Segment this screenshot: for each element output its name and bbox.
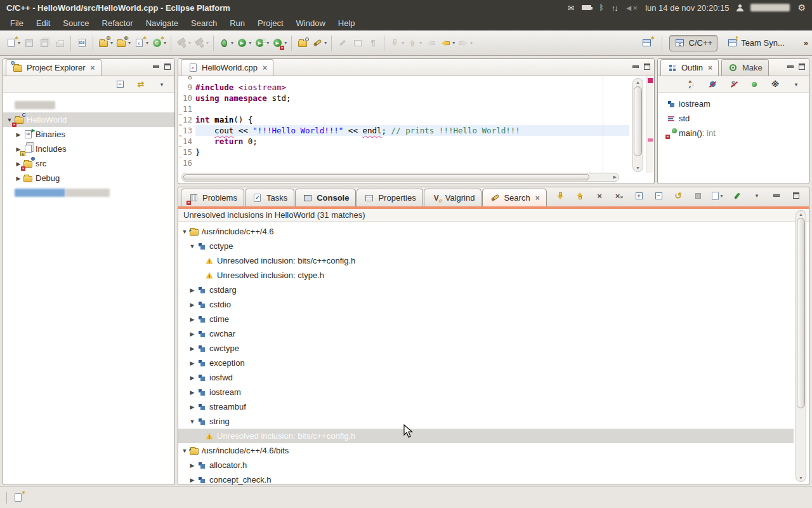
search-result-row[interactable]: ▶cwchar xyxy=(178,326,794,341)
code-line-16[interactable]: 16 xyxy=(179,157,629,168)
collapse-arrow-icon[interactable]: ▼ xyxy=(181,229,188,235)
search-result-row[interactable]: ▼cctype xyxy=(178,239,794,253)
user-icon[interactable] xyxy=(737,4,743,11)
new-cpp-class-button[interactable]: C*▾ xyxy=(150,35,167,51)
binary-file-button[interactable]: 010 xyxy=(74,35,89,51)
expand-arrow-icon[interactable]: ▶ xyxy=(188,287,196,293)
menu-window[interactable]: Window xyxy=(290,17,332,30)
search-previous-search-results-button[interactable]: ▾ xyxy=(710,189,725,203)
pe-collapse-all-button[interactable]: − xyxy=(112,77,128,91)
code-line-11[interactable]: 11 xyxy=(179,104,629,114)
new-wizard-button[interactable]: *▾ xyxy=(4,35,22,51)
code-editor[interactable]: 89#include <iostream>10using namespace s… xyxy=(179,76,653,183)
debug-button[interactable]: ▾ xyxy=(217,35,235,51)
previous-edit-button[interactable] xyxy=(423,35,438,51)
menu-edit[interactable]: Edit xyxy=(30,17,56,30)
search-show-previous-match-button[interactable] xyxy=(572,189,587,203)
bluetooth-icon[interactable]: ᛒ xyxy=(599,3,603,12)
expand-arrow-icon[interactable]: ▶ xyxy=(15,175,22,182)
outline-item-std[interactable]: std xyxy=(658,111,809,126)
build-button[interactable]: ▾ xyxy=(174,35,192,51)
expand-arrow-icon[interactable]: ▶ xyxy=(188,345,196,352)
close-icon[interactable]: × xyxy=(90,64,95,72)
outline-hide-fields-button[interactable] xyxy=(705,77,720,91)
show-source-of-selected-button[interactable] xyxy=(350,35,365,51)
tab-outline[interactable]: Outlin × xyxy=(660,59,719,76)
expand-arrow-icon[interactable]: ▶ xyxy=(188,477,196,483)
tab-search[interactable]: Search× xyxy=(482,189,546,206)
overview-occurrence-marker[interactable] xyxy=(648,138,653,142)
outline-hide-inactive-button[interactable]: ※ xyxy=(768,77,783,91)
project-tree-item-src[interactable]: ▶×src xyxy=(3,156,174,171)
search-result-row[interactable]: !Unresolved inclusion: ctype.h xyxy=(178,268,794,283)
open-element-button[interactable] xyxy=(295,35,310,51)
pe-link-with-editor-button[interactable]: ⇄ xyxy=(133,77,148,91)
tab-make[interactable]: Make xyxy=(721,59,769,76)
maximize-icon[interactable] xyxy=(799,64,805,70)
open-perspective-button[interactable]: * xyxy=(639,35,655,51)
outline-item-iostream[interactable]: iostream xyxy=(658,97,809,111)
last-edit-location-button[interactable]: ▾ xyxy=(388,35,405,51)
outline-hide-static-button[interactable]: S xyxy=(726,77,741,91)
expand-arrow-icon[interactable]: ▶ xyxy=(15,131,22,138)
project-tree-item-helloworld[interactable]: ▼C×HelloWorld xyxy=(3,112,174,127)
save-button[interactable] xyxy=(22,35,37,51)
tab-helloworld-cpp[interactable]: c HelloWorld.cpp × xyxy=(181,59,273,76)
pe-view-menu-button[interactable]: ▾ xyxy=(154,77,169,91)
search-maximize-button[interactable] xyxy=(789,189,804,203)
menu-search[interactable]: Search xyxy=(185,17,223,30)
search-collapse-all-button[interactable]: − xyxy=(651,189,666,203)
perspective-cpp-button[interactable]: CC/C++ xyxy=(669,35,718,51)
search-result-row[interactable]: ▼string xyxy=(178,414,794,429)
expand-arrow-icon[interactable]: ▶ xyxy=(188,331,196,337)
outline-hide-non-public-button[interactable] xyxy=(747,77,762,91)
minimize-icon[interactable] xyxy=(153,65,159,68)
search-remove-selected-matches-button[interactable]: × xyxy=(592,189,607,203)
overview-ruler[interactable] xyxy=(646,76,653,173)
close-icon[interactable]: × xyxy=(263,64,267,72)
search-cancel-current-search-button[interactable] xyxy=(690,189,705,203)
session-gear-icon[interactable]: ⚙ xyxy=(797,3,806,13)
forward-button[interactable]: ▾ xyxy=(456,35,474,51)
code-line-14[interactable]: 14 return 0; xyxy=(179,136,629,147)
run-configurations-button[interactable]: ▶▾ xyxy=(252,35,270,51)
search-result-row[interactable]: ▶concept_check.h xyxy=(178,472,794,485)
search-vertical-scrollbar[interactable]: ▲ ▼ xyxy=(796,210,806,482)
back-button[interactable]: ▾ xyxy=(438,35,456,51)
next-annotation-button[interactable]: ▾ xyxy=(405,35,423,51)
search-run-current-search-again-button[interactable]: ↺ xyxy=(671,189,686,203)
search-result-row[interactable]: ▶cwctype xyxy=(178,341,794,356)
print-button[interactable] xyxy=(52,35,67,51)
mail-icon[interactable]: ✉ xyxy=(568,3,575,13)
maximize-icon[interactable] xyxy=(644,64,650,70)
tab-properties[interactable]: Properties xyxy=(357,189,422,206)
project-tree-item-binaries[interactable]: ▶10▶Binaries xyxy=(3,127,174,142)
new-c-project-button[interactable]: C*▾ xyxy=(96,35,114,51)
search-minimize-button[interactable] xyxy=(769,189,784,203)
code-line-13[interactable]: 13 cout << "!!!Hello World!!!" << endl; … xyxy=(179,125,629,136)
volume-muted-icon[interactable]: ◄× xyxy=(625,3,638,13)
search-result-row[interactable]: ▶cstdarg xyxy=(178,283,794,297)
outline-item-main[interactable]: ×main() : int xyxy=(658,126,809,140)
perspective-overflow-chevron[interactable]: » xyxy=(804,38,808,48)
maximize-icon[interactable] xyxy=(164,64,171,70)
project-tree-item-debug[interactable]: ▶Debug xyxy=(3,171,174,185)
battery-icon[interactable] xyxy=(582,5,591,10)
expand-arrow-icon[interactable]: ▶ xyxy=(188,375,196,381)
search-result-row[interactable]: ▶cstdio xyxy=(178,297,794,312)
editor-horizontal-scrollbar[interactable]: ▶ xyxy=(181,173,619,182)
code-line-10[interactable]: 10using namespace std; xyxy=(179,93,629,104)
search-result-row[interactable]: ▶iosfwd xyxy=(178,370,794,385)
run-external-tools-button[interactable]: ▶×▾ xyxy=(270,35,288,51)
menu-run[interactable]: Run xyxy=(223,17,251,30)
network-icon[interactable]: ↑↓ xyxy=(612,3,617,13)
menu-help[interactable]: Help xyxy=(332,17,362,30)
search-result-row[interactable]: ▶streambuf xyxy=(178,399,794,414)
search-remove-all-matches-button[interactable]: ×× xyxy=(612,189,627,203)
code-line-9[interactable]: 9#include <iostream> xyxy=(179,82,629,93)
search-result-row[interactable]: ▼▸/usr/include/c++/4.6/bits xyxy=(178,443,794,458)
collapse-arrow-icon[interactable]: ▼ xyxy=(188,243,196,250)
overview-error-marker[interactable] xyxy=(648,78,653,83)
close-icon[interactable]: × xyxy=(535,194,540,203)
search-button[interactable]: ▾ xyxy=(310,35,328,51)
